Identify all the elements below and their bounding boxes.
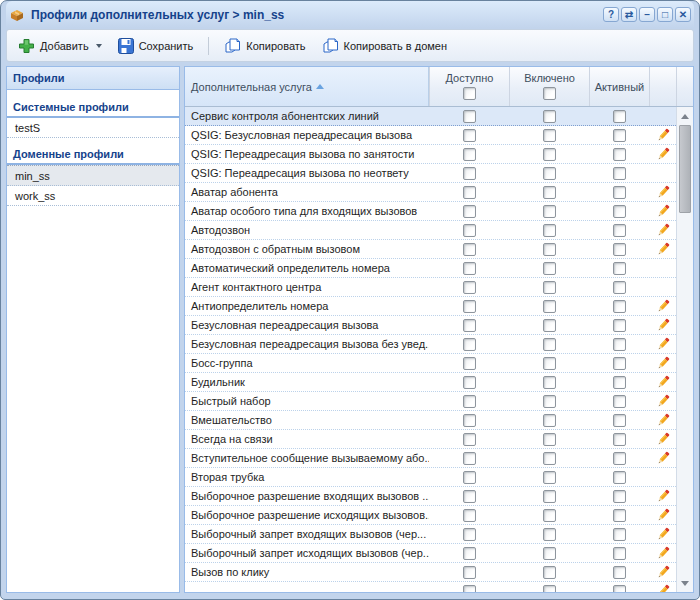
actions-cell[interactable] bbox=[649, 147, 676, 162]
table-row[interactable]: Быстрый набор bbox=[185, 392, 676, 411]
enabled-header-checkbox[interactable] bbox=[543, 87, 556, 100]
add-button[interactable]: Добавить bbox=[13, 35, 107, 57]
available-checkbox[interactable] bbox=[463, 205, 476, 218]
actions-cell[interactable] bbox=[649, 432, 676, 447]
available-checkbox[interactable] bbox=[463, 224, 476, 237]
actions-cell[interactable] bbox=[649, 508, 676, 523]
actions-cell[interactable] bbox=[649, 223, 676, 238]
available-checkbox[interactable] bbox=[463, 300, 476, 313]
available-header-checkbox[interactable] bbox=[463, 87, 476, 100]
edit-pencil-icon[interactable] bbox=[656, 508, 670, 523]
available-checkbox[interactable] bbox=[463, 433, 476, 446]
table-row[interactable]: Аватар абонента bbox=[185, 183, 676, 202]
enabled-checkbox[interactable] bbox=[543, 338, 556, 351]
active-checkbox[interactable] bbox=[613, 471, 626, 484]
maximize-button[interactable]: □ bbox=[657, 7, 673, 22]
help-button[interactable]: ? bbox=[603, 7, 619, 22]
table-row[interactable]: Босс-группа bbox=[185, 354, 676, 373]
edit-pencil-icon[interactable] bbox=[656, 223, 670, 238]
active-checkbox[interactable] bbox=[613, 129, 626, 142]
edit-pencil-icon[interactable] bbox=[656, 337, 670, 352]
enabled-checkbox[interactable] bbox=[543, 262, 556, 275]
actions-cell[interactable] bbox=[649, 565, 676, 580]
table-row[interactable]: Автоматический определитель номера bbox=[185, 259, 676, 278]
scroll-up-button[interactable] bbox=[677, 108, 693, 124]
active-checkbox[interactable] bbox=[613, 338, 626, 351]
edit-pencil-icon[interactable] bbox=[656, 147, 670, 162]
enabled-checkbox[interactable] bbox=[543, 433, 556, 446]
active-checkbox[interactable] bbox=[613, 148, 626, 161]
column-header-service[interactable]: Дополнительная услуга bbox=[185, 67, 429, 106]
enabled-checkbox[interactable] bbox=[543, 376, 556, 389]
edit-pencil-icon[interactable] bbox=[656, 584, 670, 593]
table-row[interactable]: Выборочный запрет входящих вызовов (чер.… bbox=[185, 525, 676, 544]
table-row[interactable]: Выборочный запрет исходящих вызовов (чер… bbox=[185, 544, 676, 563]
table-row[interactable]: Безусловная переадресация вызова без уве… bbox=[185, 335, 676, 354]
table-row[interactable]: QSIG: Переадресация вызова по занятости bbox=[185, 145, 676, 164]
active-checkbox[interactable] bbox=[613, 452, 626, 465]
sidebar-item-testS[interactable]: testS bbox=[7, 118, 179, 138]
enabled-checkbox[interactable] bbox=[543, 528, 556, 541]
table-row[interactable]: Вторая трубка bbox=[185, 468, 676, 487]
active-checkbox[interactable] bbox=[613, 433, 626, 446]
available-checkbox[interactable] bbox=[463, 148, 476, 161]
scroll-down-button[interactable] bbox=[677, 575, 693, 591]
table-row[interactable]: Сервис контроля абонентских линий bbox=[185, 107, 676, 126]
table-row[interactable]: Будильник bbox=[185, 373, 676, 392]
enabled-checkbox[interactable] bbox=[543, 186, 556, 199]
table-row[interactable]: Вызов по клику bbox=[185, 563, 676, 582]
available-checkbox[interactable] bbox=[463, 186, 476, 199]
available-checkbox[interactable] bbox=[463, 547, 476, 560]
title-bar[interactable]: Профили дополнительных услуг > min_ss ?⇄… bbox=[6, 1, 694, 28]
enabled-checkbox[interactable] bbox=[543, 585, 556, 593]
edit-pencil-icon[interactable] bbox=[656, 299, 670, 314]
column-header-enabled[interactable]: Включено bbox=[509, 67, 589, 106]
available-checkbox[interactable] bbox=[463, 509, 476, 522]
active-checkbox[interactable] bbox=[613, 110, 626, 123]
active-checkbox[interactable] bbox=[613, 243, 626, 256]
actions-cell[interactable] bbox=[649, 394, 676, 409]
active-checkbox[interactable] bbox=[613, 186, 626, 199]
available-checkbox[interactable] bbox=[463, 414, 476, 427]
table-row[interactable]: QSIG: Безусловная переадресация вызова bbox=[185, 126, 676, 145]
actions-cell[interactable] bbox=[649, 451, 676, 466]
edit-pencil-icon[interactable] bbox=[656, 489, 670, 504]
vertical-scrollbar[interactable] bbox=[676, 107, 693, 592]
active-checkbox[interactable] bbox=[613, 585, 626, 593]
active-checkbox[interactable] bbox=[613, 319, 626, 332]
enabled-checkbox[interactable] bbox=[543, 357, 556, 370]
available-checkbox[interactable] bbox=[463, 471, 476, 484]
available-checkbox[interactable] bbox=[463, 452, 476, 465]
edit-pencil-icon[interactable] bbox=[656, 204, 670, 219]
table-row[interactable]: Агент контактного центра bbox=[185, 278, 676, 297]
active-checkbox[interactable] bbox=[613, 509, 626, 522]
save-button[interactable]: Сохранить bbox=[113, 35, 199, 57]
edit-pencil-icon[interactable] bbox=[656, 394, 670, 409]
enabled-checkbox[interactable] bbox=[543, 243, 556, 256]
available-checkbox[interactable] bbox=[463, 243, 476, 256]
edit-pencil-icon[interactable] bbox=[656, 546, 670, 561]
edit-pencil-icon[interactable] bbox=[656, 318, 670, 333]
actions-cell[interactable] bbox=[649, 356, 676, 371]
enabled-checkbox[interactable] bbox=[543, 281, 556, 294]
actions-cell[interactable] bbox=[649, 527, 676, 542]
close-button[interactable]: ✕ bbox=[675, 7, 691, 22]
active-checkbox[interactable] bbox=[613, 224, 626, 237]
sidebar-item-min_ss[interactable]: min_ss bbox=[7, 165, 179, 186]
enabled-checkbox[interactable] bbox=[543, 300, 556, 313]
table-row[interactable]: Выборочное разрешение исходящих вызовов.… bbox=[185, 506, 676, 525]
table-row[interactable]: QSIG: Переадресация вызова по неответу bbox=[185, 164, 676, 183]
active-checkbox[interactable] bbox=[613, 262, 626, 275]
enabled-checkbox[interactable] bbox=[543, 471, 556, 484]
enabled-checkbox[interactable] bbox=[543, 452, 556, 465]
table-row[interactable]: Вступительное сообщение вызываемому або.… bbox=[185, 449, 676, 468]
sidebar-item-work_ss[interactable]: work_ss bbox=[7, 186, 179, 206]
active-checkbox[interactable] bbox=[613, 167, 626, 180]
available-checkbox[interactable] bbox=[463, 490, 476, 503]
active-checkbox[interactable] bbox=[613, 414, 626, 427]
table-row[interactable]: Вмешательство bbox=[185, 411, 676, 430]
enabled-checkbox[interactable] bbox=[543, 509, 556, 522]
active-checkbox[interactable] bbox=[613, 205, 626, 218]
enabled-checkbox[interactable] bbox=[543, 566, 556, 579]
edit-pencil-icon[interactable] bbox=[656, 128, 670, 143]
